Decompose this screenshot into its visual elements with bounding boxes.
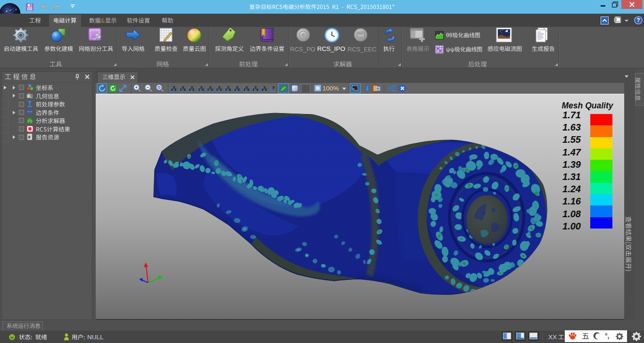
svg-text:y: y xyxy=(173,85,175,89)
svg-text:y: y xyxy=(236,85,239,89)
svg-text:y: y xyxy=(227,85,230,89)
svg-text:y: y xyxy=(209,85,212,89)
svg-text:y: y xyxy=(218,85,221,89)
svg-text:y: y xyxy=(191,85,193,89)
svg-text:y: y xyxy=(272,85,275,89)
svg-text:y: y xyxy=(255,85,257,89)
svg-text:y: y xyxy=(246,85,248,89)
svg-text:?: ? xyxy=(636,17,640,24)
svg-text:y: y xyxy=(182,85,184,89)
svg-text:y: y xyxy=(200,85,203,89)
svg-text:y: y xyxy=(264,85,266,89)
